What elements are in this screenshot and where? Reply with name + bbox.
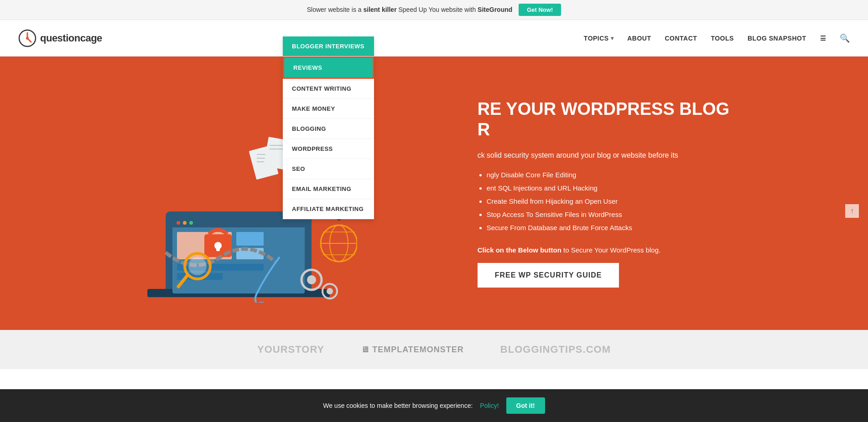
list-item: ngly Disable Core File Editing — [487, 170, 729, 180]
list-item: ent SQL Injections and URL Hacking — [487, 183, 729, 193]
hero-list: ngly Disable Core File Editing ent SQL I… — [478, 170, 729, 232]
brand-template-monster: 🖥 TemplateMonster — [361, 345, 464, 355]
list-item: Create Sheild from Hijacking an Open Use… — [487, 196, 729, 206]
dropdown-item-seo[interactable]: SEO — [283, 159, 374, 179]
scroll-up-arrow[interactable]: ↑ — [845, 204, 859, 218]
dropdown-item-blogging[interactable]: BLOGGING — [283, 119, 374, 139]
chevron-down-icon: ▾ — [611, 35, 614, 41]
nav-hamburger[interactable]: ☰ — [820, 35, 826, 42]
svg-point-37 — [327, 288, 333, 294]
nav-contact[interactable]: CONTACT — [665, 35, 697, 42]
svg-point-6 — [177, 221, 180, 225]
svg-point-1 — [26, 37, 29, 40]
hero-section: RE YOUR WORDPRESS BLOG R ck solid securi… — [0, 57, 868, 330]
nav-blog-snapshot[interactable]: BLOG SNAPSHOT — [748, 35, 806, 42]
hero-content: RE YOUR WORDPRESS BLOG R ck solid securi… — [478, 72, 748, 315]
svg-point-27 — [188, 257, 207, 275]
svg-point-7 — [183, 221, 187, 225]
svg-point-38 — [256, 302, 267, 303]
list-item: Secure From Database and Brute Force Att… — [487, 223, 729, 232]
nav-tools[interactable]: TOOLS — [711, 35, 733, 42]
topics-dropdown: BLOGGER INTERVIEWS REVIEWS CONTENT WRITI… — [283, 36, 374, 219]
dropdown-item-wordpress[interactable]: WORDPRESS — [283, 139, 374, 159]
get-now-button[interactable]: Get Now! — [519, 4, 561, 16]
dropdown-item-affiliate-marketing[interactable]: AFFILIATE MARKETING — [283, 199, 374, 219]
nav-topics[interactable]: TOPICS ▾ — [584, 35, 613, 42]
dropdown-item-content-writing[interactable]: CONTENT WRITING — [283, 79, 374, 99]
list-item: Stop Access To Sensitive Files in WordPr… — [487, 210, 729, 219]
site-header: questioncage TOPICS ▾ ABOUT CONTACT TOOL… — [0, 20, 868, 57]
search-button[interactable]: 🔍 — [840, 33, 850, 43]
hero-cta-text: Click on the Below button to Secure Your… — [478, 246, 729, 254]
hero-illustration — [0, 57, 478, 330]
dropdown-item-email-marketing[interactable]: EMAIL MARKETING — [283, 179, 374, 199]
dropdown-item-blogger-interviews[interactable]: BLOGGER INTERVIEWS — [283, 36, 374, 57]
brands-strip: YOURSTORY 🖥 TemplateMonster BLOGGINGTIPS… — [0, 330, 868, 369]
top-banner: Slower website is a silent killer Speed … — [0, 0, 868, 20]
brand-bloggingtips: BLOGGINGTIPS.COM — [500, 344, 611, 355]
svg-point-35 — [307, 275, 316, 284]
nav-about[interactable]: ABOUT — [627, 35, 651, 42]
banner-text: Slower website is a silent killer Speed … — [307, 6, 514, 13]
logo-text: questioncage — [40, 32, 102, 44]
hero-title: RE YOUR WORDPRESS BLOG R — [478, 99, 729, 140]
free-guide-button[interactable]: FREE WP Security Guide — [478, 263, 619, 288]
hamburger-icon: ☰ — [820, 35, 826, 42]
search-icon: 🔍 — [840, 34, 850, 43]
arrow-up-icon: ↑ — [850, 207, 854, 215]
dropdown-item-make-money[interactable]: MAKE MONEY — [283, 99, 374, 119]
svg-point-8 — [189, 221, 193, 225]
brand-yourstory: YOURSTORY — [257, 344, 324, 355]
svg-rect-10 — [236, 232, 264, 246]
logo-icon — [18, 29, 36, 47]
svg-rect-16 — [216, 246, 220, 251]
dropdown-item-reviews[interactable]: REVIEWS — [283, 57, 374, 79]
hero-subtitle: ck solid security system around your blo… — [478, 149, 729, 161]
site-logo[interactable]: questioncage — [18, 29, 102, 47]
main-nav: TOPICS ▾ ABOUT CONTACT TOOLS BLOG SNAPSH… — [584, 33, 850, 43]
